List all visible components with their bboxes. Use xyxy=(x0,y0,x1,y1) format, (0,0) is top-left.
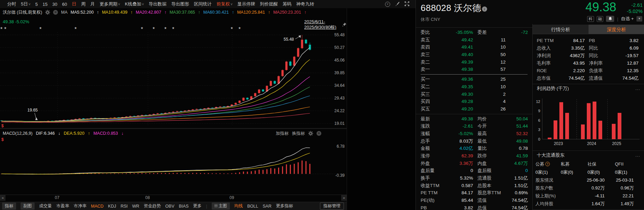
toolbar-item-30min[interactable]: 30 xyxy=(50,2,60,7)
more-button[interactable]: ... xyxy=(635,84,640,93)
switch-indicator-button[interactable]: 换指标 xyxy=(292,131,305,136)
svg-text:0: 0 xyxy=(538,137,540,141)
tab-sar[interactable]: SAR xyxy=(263,204,272,209)
svg-text:39.85: 39.85 xyxy=(334,70,345,75)
tab-pe[interactable]: 市盈率 xyxy=(57,203,70,209)
tag-ke: 科 xyxy=(587,16,594,22)
toolbar-item-range-stats[interactable]: 区间统计 xyxy=(191,1,214,7)
tab-subchart[interactable]: 副图 xyxy=(21,202,35,210)
ask-row-1[interactable]: 卖一49.3857 xyxy=(416,66,532,73)
alert-bell-button[interactable] xyxy=(606,16,614,22)
up-arrow-icon: ↑ xyxy=(97,10,99,15)
tab-more-main[interactable]: 更多指标 xyxy=(276,203,293,209)
up-arrow-icon: ↑ xyxy=(268,10,270,15)
stat-row: 最新49.38均价50.04 xyxy=(416,115,532,123)
toolbar-item-kline-overlay[interactable]: K线叠加˅ xyxy=(123,1,147,7)
tab-wr[interactable]: WR xyxy=(132,204,139,209)
bid-row-5[interactable]: 买五49.2026 xyxy=(416,105,532,113)
toolbar-item-minute[interactable]: 分时 xyxy=(5,1,18,7)
toolbar-item-price-alert[interactable]: 到价提醒 xyxy=(258,1,280,7)
gear-icon[interactable] xyxy=(45,10,50,15)
more-button[interactable]: ... xyxy=(635,151,640,160)
tab-kdj[interactable]: KDJ xyxy=(108,204,116,209)
indicator-manage-button[interactable]: 指标管理 xyxy=(320,202,344,210)
toolbar-item-show-suspended[interactable]: 显示停牌 xyxy=(235,1,258,7)
info-icon[interactable]: i xyxy=(482,6,487,12)
macd-chart[interactable]: 6.78-0.39$ xyxy=(0,136,347,195)
scroll-right-button[interactable]: » xyxy=(341,195,347,201)
tab-obv[interactable]: OBV xyxy=(165,204,174,209)
close-icon[interactable]: ✕ xyxy=(53,10,58,15)
collapse-toolbar-icon[interactable]: ˅ xyxy=(385,2,390,7)
stat-row: 换手5.32%流通股1.51亿 xyxy=(416,174,532,182)
tab-macd[interactable]: MACD xyxy=(91,204,104,209)
toolbar-item-chips[interactable]: 筹码 xyxy=(280,1,294,7)
gear-icon[interactable] xyxy=(308,131,313,136)
analysis-body: PE TTM84.17PB3.82 总收入3.35亿同比6.09 净利润4362… xyxy=(533,34,644,82)
scroll-left-button[interactable]: « xyxy=(0,195,5,201)
bid-row-1[interactable]: 买一49.3625 xyxy=(416,76,532,83)
divider: | xyxy=(617,16,618,22)
toolbar-item-export-image[interactable]: 导出图形 xyxy=(169,1,191,7)
tab-ma[interactable]: 均线 xyxy=(234,203,243,209)
chart-panel: 沃尔德 (日线,前复权) ✕ MA MA5:52.200↑ MA10:49.43… xyxy=(0,8,347,210)
analysis-row: 毛利率43.95净利率12.87 xyxy=(533,60,644,67)
toolbar-item-forward-adjusted[interactable]: 前复权˅ xyxy=(214,1,235,7)
month-label: 09 xyxy=(230,195,234,200)
watchlist-add-button[interactable]: 自选 + xyxy=(621,16,634,22)
macd-value: MACD:0.853 xyxy=(94,131,118,136)
help-icon[interactable]: ? xyxy=(545,162,550,166)
price-change-pct: -5.02% xyxy=(619,8,643,14)
month-label: 07 xyxy=(55,195,59,200)
up-arrow-icon: ↑ xyxy=(304,10,306,15)
toolbar-item-more-periods[interactable]: 更多周期˅ xyxy=(97,1,123,7)
add-indicator-button[interactable]: 加指标 xyxy=(276,131,289,136)
toolbar-item-weekly[interactable]: 周 xyxy=(79,1,88,7)
bid-row-2[interactable]: 买二49.3510 xyxy=(416,83,532,91)
toolbar-item-5day[interactable]: 5日˅ xyxy=(18,1,33,7)
toolbar-item-daily[interactable]: 日 xyxy=(70,1,79,7)
toolbar-item-magic-nine[interactable]: 神奇九转 xyxy=(294,1,317,7)
expand-dropdown-button[interactable]: ▼ xyxy=(636,16,642,22)
close-icon[interactable]: ✕ xyxy=(317,131,321,136)
tab-indicator[interactable]: 指标 xyxy=(2,202,16,210)
tab-rsi[interactable]: RSI xyxy=(121,204,128,209)
divider xyxy=(533,209,644,210)
brush-icon[interactable] xyxy=(395,1,400,7)
ask-row-5[interactable]: 卖五49.4211 xyxy=(416,36,532,44)
stat-row: 盘后量0盘后额0 xyxy=(416,167,532,174)
svg-text:*: * xyxy=(164,26,166,32)
fullscreen-icon[interactable] xyxy=(405,1,409,7)
tab-bias[interactable]: BIAS xyxy=(179,204,189,209)
toolbar-item-15min[interactable]: 15 xyxy=(40,2,50,7)
svg-text:-0.39: -0.39 xyxy=(335,173,345,178)
quote-panel: 688028 沃尔德i 49.38 -2.61 -5.02% 休市 CNY 科 … xyxy=(416,0,644,210)
ask-row-3[interactable]: 卖三49.4050 xyxy=(416,51,532,58)
toolbar-item-monthly[interactable]: 月 xyxy=(88,1,97,7)
bid-row-3[interactable]: 买三49.302 xyxy=(416,91,532,98)
tab-boll[interactable]: BOLL xyxy=(247,204,258,209)
stat-row: 涨幅-5.02%最高52.32 xyxy=(416,130,532,137)
tab-more-sub[interactable]: 更多 xyxy=(193,203,202,209)
orderbook-panel: ▶ 委比 -35.05% 委差 -72 卖五49.4211 卖四49.4110 … xyxy=(416,27,532,210)
toolbar-item-export-data[interactable]: 导出数据 xyxy=(146,1,169,7)
toolbar-item-5min[interactable]: 5 xyxy=(33,2,40,7)
svg-text:*: * xyxy=(238,26,240,32)
tab-deep-analysis[interactable]: 深度分析 xyxy=(589,25,644,34)
svg-text:$: $ xyxy=(1,123,4,128)
candlestick-chart[interactable]: 55.4850.2745.0639.8534.6429.4324.2219.01… xyxy=(0,25,347,129)
tab-main-chart[interactable]: 主图 xyxy=(212,202,230,210)
svg-text:55.48: 55.48 xyxy=(334,32,345,37)
svg-text:*: * xyxy=(141,26,143,32)
tab-fund-trend[interactable]: 资金趋势 xyxy=(144,203,161,209)
ask-row-4[interactable]: 卖四49.4110 xyxy=(416,43,532,51)
tab-volume[interactable]: 成交量 xyxy=(39,203,52,209)
tab-market-analysis[interactable]: 行情分析 xyxy=(533,25,589,34)
last-price: 49.38 xyxy=(553,0,616,14)
ask-row-2[interactable]: 卖二49.3912 xyxy=(416,58,532,66)
up-arrow-icon: ↑ xyxy=(164,10,166,15)
toolbar-item-60min[interactable]: 60 xyxy=(60,2,69,7)
bid-row-4[interactable]: 买四49.284 xyxy=(416,98,532,105)
tab-pb[interactable]: 市净率 xyxy=(74,203,87,209)
stat-row: 外盘3.36万内盘4.67万 xyxy=(416,160,532,167)
